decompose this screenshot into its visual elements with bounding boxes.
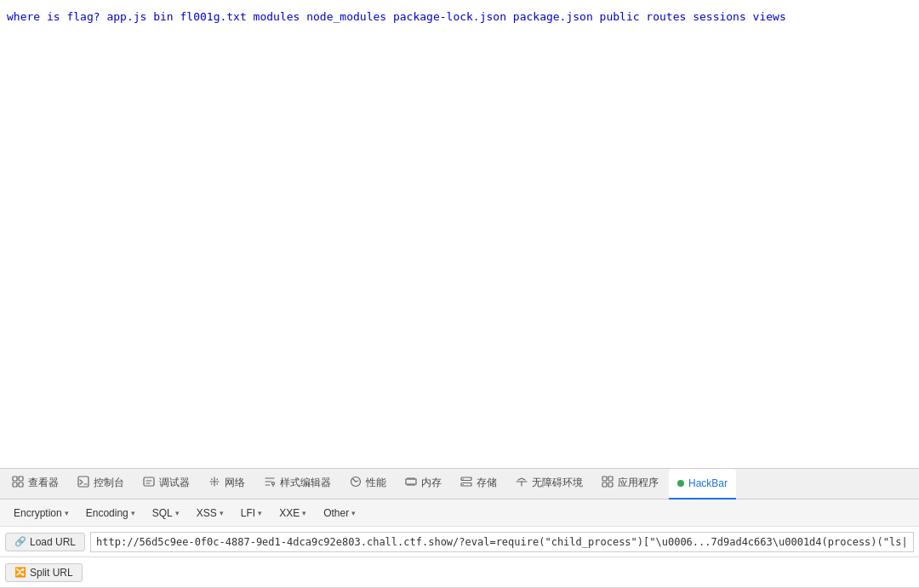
xss-menu[interactable]: XSS ▾ xyxy=(190,505,231,522)
tab-hackbar[interactable]: HackBar xyxy=(669,469,736,500)
url-input[interactable] xyxy=(90,532,914,552)
tab-application-label: 应用程序 xyxy=(618,476,659,490)
devtools-panel: 查看器 控制台 调试器 xyxy=(0,468,919,588)
cursor-icon xyxy=(12,476,24,490)
svg-rect-12 xyxy=(608,477,613,481)
tab-network[interactable]: 网络 xyxy=(200,469,254,500)
xxe-menu-label: XXE xyxy=(279,507,300,519)
svg-rect-0 xyxy=(13,477,17,481)
tab-style-editor-label: 样式编辑器 xyxy=(280,476,331,490)
svg-rect-2 xyxy=(13,482,17,487)
debugger-icon xyxy=(143,476,155,490)
tab-hackbar-label: HackBar xyxy=(688,477,728,489)
svg-rect-5 xyxy=(144,477,154,486)
encryption-menu[interactable]: Encryption ▾ xyxy=(7,505,76,522)
tab-network-label: 网络 xyxy=(225,476,245,490)
tab-application[interactable]: 应用程序 xyxy=(593,469,667,500)
other-menu-label: Other xyxy=(323,507,349,519)
tab-memory[interactable]: 内存 xyxy=(397,469,450,500)
hackbar-urlbar: 🔗 Load URL xyxy=(0,527,919,557)
tab-performance-label: 性能 xyxy=(366,476,386,490)
encryption-menu-label: Encryption xyxy=(14,507,62,519)
svg-rect-11 xyxy=(602,477,607,481)
hackbar-dot-icon xyxy=(677,477,684,489)
tab-performance[interactable]: 性能 xyxy=(341,469,395,500)
lfi-menu[interactable]: LFI ▾ xyxy=(234,505,269,522)
sql-menu-label: SQL xyxy=(152,507,173,519)
hackbar-spliturl-row: 🔀 Split URL xyxy=(0,557,919,588)
memory-icon xyxy=(405,476,417,490)
page-output-text: where is flag? app.js bin fl001g.txt mod… xyxy=(0,0,919,33)
svg-rect-4 xyxy=(78,477,88,487)
tab-inspector-label: 查看器 xyxy=(28,476,59,490)
tab-style-editor[interactable]: 样式编辑器 xyxy=(255,469,340,500)
main-content: where is flag? app.js bin fl001g.txt mod… xyxy=(0,0,919,468)
xxe-chevron-icon: ▾ xyxy=(302,509,306,517)
devtools-tabbar: 查看器 控制台 调试器 xyxy=(0,469,919,500)
encoding-menu[interactable]: Encoding ▾ xyxy=(79,505,142,522)
tab-storage[interactable]: 存储 xyxy=(452,469,505,500)
load-url-label: Load URL xyxy=(30,536,76,548)
tab-debugger[interactable]: 调试器 xyxy=(134,469,198,500)
xss-menu-label: XSS xyxy=(197,507,217,519)
encoding-menu-label: Encoding xyxy=(86,507,128,519)
tab-storage-label: 存储 xyxy=(477,476,497,490)
split-url-button[interactable]: 🔀 Split URL xyxy=(5,563,83,582)
xss-chevron-icon: ▾ xyxy=(220,509,224,517)
split-url-icon: 🔀 xyxy=(14,567,26,578)
svg-rect-3 xyxy=(19,482,23,487)
split-url-label: Split URL xyxy=(30,567,73,579)
lfi-chevron-icon: ▾ xyxy=(258,509,262,517)
tab-inspector[interactable]: 查看器 xyxy=(3,469,67,500)
other-chevron-icon: ▾ xyxy=(351,509,356,517)
encryption-chevron-icon: ▾ xyxy=(65,509,69,517)
accessibility-icon xyxy=(516,476,528,490)
xxe-menu[interactable]: XXE ▾ xyxy=(272,505,313,522)
sql-menu[interactable]: SQL ▾ xyxy=(146,505,186,522)
network-icon xyxy=(208,476,220,490)
tab-accessibility-label: 无障碍环境 xyxy=(532,476,583,490)
hackbar-menu-toolbar: Encryption ▾ Encoding ▾ SQL ▾ XSS ▾ LFI … xyxy=(0,500,919,527)
tab-accessibility[interactable]: 无障碍环境 xyxy=(507,469,591,500)
perf-icon xyxy=(350,476,362,490)
lfi-menu-label: LFI xyxy=(241,507,255,519)
load-url-icon: 🔗 xyxy=(14,536,26,547)
svg-rect-14 xyxy=(608,482,613,487)
load-url-button[interactable]: 🔗 Load URL xyxy=(5,533,85,551)
tab-console-label: 控制台 xyxy=(94,476,124,490)
console-icon xyxy=(77,476,89,490)
other-menu[interactable]: Other ▾ xyxy=(317,505,362,522)
tab-debugger-label: 调试器 xyxy=(159,476,190,490)
tab-memory-label: 内存 xyxy=(421,476,442,490)
storage-icon xyxy=(460,476,472,490)
svg-rect-1 xyxy=(19,477,23,481)
sql-chevron-icon: ▾ xyxy=(175,509,180,517)
style-icon xyxy=(264,476,276,490)
svg-rect-13 xyxy=(602,482,607,487)
encoding-chevron-icon: ▾ xyxy=(131,509,135,517)
app-icon xyxy=(602,476,614,490)
tab-console[interactable]: 控制台 xyxy=(69,469,133,500)
